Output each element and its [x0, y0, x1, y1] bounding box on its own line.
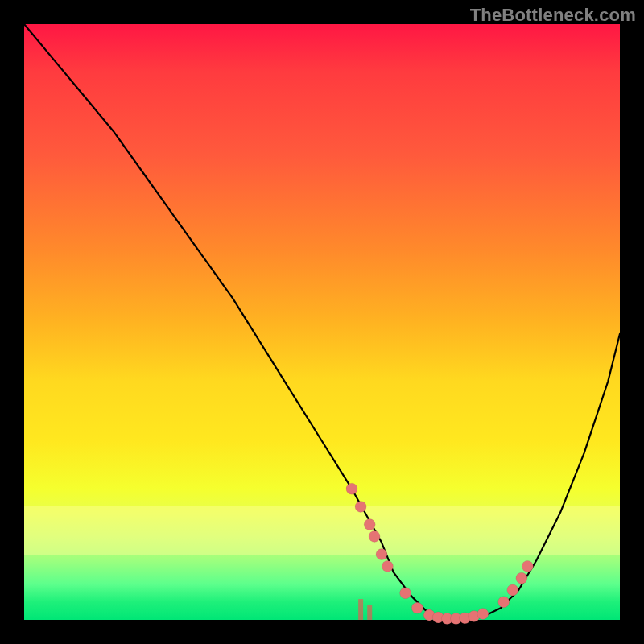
scatter-dot — [376, 549, 387, 560]
scatter-dot — [382, 560, 393, 572]
scatter-dots-group — [346, 483, 533, 624]
bottleneck-curve — [24, 24, 620, 620]
chart-frame: TheBottleneck.com — [0, 0, 644, 644]
scatter-dot — [364, 519, 375, 530]
scatter-dot — [477, 609, 489, 620]
scatter-dot — [369, 530, 380, 542]
watermark-text: TheBottleneck.com — [470, 5, 636, 26]
scatter-dot — [355, 501, 366, 512]
scatter-dot — [522, 560, 533, 572]
chart-svg — [24, 24, 620, 620]
scatter-dot — [507, 584, 518, 596]
scatter-dot — [346, 483, 357, 494]
mini-bar — [367, 605, 372, 621]
scatter-dot — [411, 602, 423, 613]
scatter-dot — [498, 597, 510, 608]
scatter-dot — [400, 588, 411, 599]
plot-area — [24, 24, 620, 620]
mini-bar — [358, 599, 363, 620]
scatter-dot — [516, 572, 527, 584]
